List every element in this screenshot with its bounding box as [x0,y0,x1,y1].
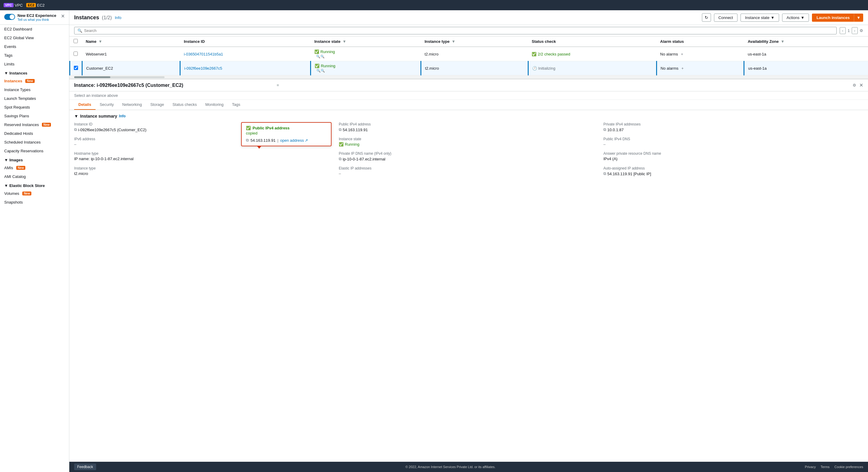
actions-button[interactable]: Actions ▼ [782,13,809,22]
sidebar-item-instances[interactable]: Instances New [0,77,69,85]
row-checkbox-cell[interactable] [70,47,82,61]
field-value: ⧉ 54.163.119.91 [339,127,598,132]
sidebar-item-snapshots[interactable]: Snapshots [0,198,69,207]
status-check: ✅ 2/2 checks passed [532,52,653,56]
sidebar-section-images[interactable]: ▼ Images [0,155,69,164]
close-icon[interactable]: ✕ [859,82,863,88]
copy-icon[interactable]: ⧉ [603,127,606,132]
field-label: Elastic IP addresses [339,166,598,170]
sidebar-section-instances[interactable]: ▼ Instances [0,68,69,77]
scrollbar-track[interactable] [74,76,164,78]
close-icon[interactable]: ✕ [61,13,65,19]
info-link[interactable]: Info [115,16,121,20]
field-value: – [603,142,863,147]
scrollbar-thumb[interactable] [74,76,110,78]
table-row[interactable]: Customer_EC2 i-092f6ee109e2667c5 ✅ Runni… [70,61,868,76]
tab-storage[interactable]: Storage [146,100,168,110]
cookie-link[interactable]: Cookie preferences [835,465,863,469]
search-bar-row: 🔍 ‹ 1 › ⚙ [69,25,868,36]
detail-header-actions: ⚙ ✕ [852,82,863,88]
sidebar-item-ec2-global-view[interactable]: EC2 Global View [0,33,69,42]
terms-link[interactable]: Terms [821,465,830,469]
row-checkbox[interactable] [73,52,78,56]
copy-icon[interactable]: ⧉ [339,156,341,161]
tab-status-checks[interactable]: Status checks [168,100,201,110]
new-ec2-subtitle[interactable]: Tell us what you think [18,18,56,22]
connect-button[interactable]: Connect [714,13,738,22]
search-input[interactable] [84,28,833,33]
sidebar-item-instance-types[interactable]: Instance Types [0,85,69,94]
feedback-button[interactable]: Feedback [74,464,96,470]
pagination-prev[interactable]: ‹ [840,27,846,34]
sidebar-item-volumes[interactable]: Volumes New [0,189,69,198]
instances-table: Name ▼ Instance ID Instance state ▼ Inst… [69,36,868,76]
drag-handle[interactable]: ≡ [277,83,279,87]
col-alarm-status: Alarm status [656,36,744,47]
instance-state-button[interactable]: Instance state ▼ [741,13,779,22]
check-circle-icon: ✅ [339,142,344,147]
detail-tabs: Details Security Networking Storage Stat… [69,100,868,110]
table-row[interactable]: Webserver1 i-0365047011541b5a1 ✅ Running… [70,47,868,61]
chevron-down-icon: ▼ [857,16,861,20]
field-value: t2.micro [74,171,334,176]
instance-id-link[interactable]: i-092f6ee109e2667c5 [184,66,222,70]
settings-icon[interactable]: ⚙ [860,28,863,33]
sidebar-item-capacity-reservations[interactable]: Capacity Reservations [0,147,69,155]
sidebar-item-amis[interactable]: AMIs New [0,164,69,172]
tooltip-arrow [257,146,261,149]
gear-icon[interactable]: ⚙ [852,83,856,87]
pagination-next[interactable]: › [852,27,858,34]
sidebar-section-ebs[interactable]: ▼ Elastic Block Store [0,181,69,189]
copy-icon[interactable]: ⧉ [74,127,77,132]
plus-icon[interactable]: + [681,66,684,70]
launch-instances-dropdown[interactable]: ▼ [854,13,863,22]
sidebar-item-limits[interactable]: Limits [0,60,69,68]
sidebar-item-ami-catalog[interactable]: AMI Catalog [0,172,69,181]
tab-security[interactable]: Security [96,100,118,110]
tab-networking[interactable]: Networking [118,100,146,110]
sidebar-item-scheduled-instances[interactable]: Scheduled Instances [0,138,69,147]
check-circle-icon: ✅ [314,50,319,54]
sidebar-item-label: Events [4,45,16,49]
tab-tags[interactable]: Tags [228,100,244,110]
tab-monitoring[interactable]: Monitoring [201,100,228,110]
sidebar-item-spot-requests[interactable]: Spot Requests [0,103,69,112]
field-public-ipv4: Public IPv4 address ⧉ 54.163.119.91 [339,122,598,132]
col-instance-id: Instance ID [180,36,311,47]
summary-info-link[interactable]: Info [119,114,126,118]
sidebar-item-label: Instances [4,79,22,83]
top-nav: VPC VPC EC2 EC2 [0,0,868,10]
privacy-link[interactable]: Privacy [805,465,816,469]
launch-instances-button[interactable]: Launch instances [812,13,854,22]
refresh-button[interactable]: ↻ [702,13,711,22]
sidebar-item-ec2-dashboard[interactable]: EC2 Dashboard [0,25,69,33]
new-ec2-toggle[interactable] [4,14,15,20]
instance-id-link[interactable]: i-0365047011541b5a1 [184,52,223,56]
sidebar-item-dedicated-hosts[interactable]: Dedicated Hosts [0,129,69,138]
copy-icon[interactable]: ⧉ [246,138,249,143]
open-address-link[interactable]: open address ↗ [280,138,308,143]
vpc-nav-item[interactable]: VPC VPC [4,3,23,7]
copy-icon[interactable]: ⧉ [339,127,341,132]
copy-icon[interactable]: ⧉ [603,171,606,176]
page-title: Instances (1/2) [74,14,112,21]
plus-icon[interactable]: + [681,52,683,56]
sidebar-item-events[interactable]: Events [0,42,69,51]
detail-sub-prompt: Select an instance above [69,91,868,100]
detail-panel: Instance: i-092f6ee109e2667c5 (Customer_… [69,79,868,462]
external-link-icon: ↗ [305,138,308,143]
sidebar-item-tags[interactable]: Tags [0,51,69,60]
row-checkbox-cell[interactable] [70,61,82,76]
tab-details[interactable]: Details [74,100,96,110]
sidebar-item-savings-plans[interactable]: Savings Plans [0,112,69,120]
sidebar-item-launch-templates[interactable]: Launch Templates [0,94,69,103]
select-all-header[interactable] [70,36,82,47]
row-alarm: No alarms + [656,61,744,76]
footer-links: Privacy Terms Cookie preferences [805,465,863,469]
col-az: Availability Zone ▼ [744,36,868,47]
select-all-checkbox[interactable] [73,39,78,43]
ec2-nav-item[interactable]: EC2 EC2 [26,3,44,7]
sidebar-item-reserved-instances[interactable]: Reserved Instances New [0,120,69,129]
row-checkbox[interactable] [74,66,78,70]
field-value: – [339,171,598,176]
